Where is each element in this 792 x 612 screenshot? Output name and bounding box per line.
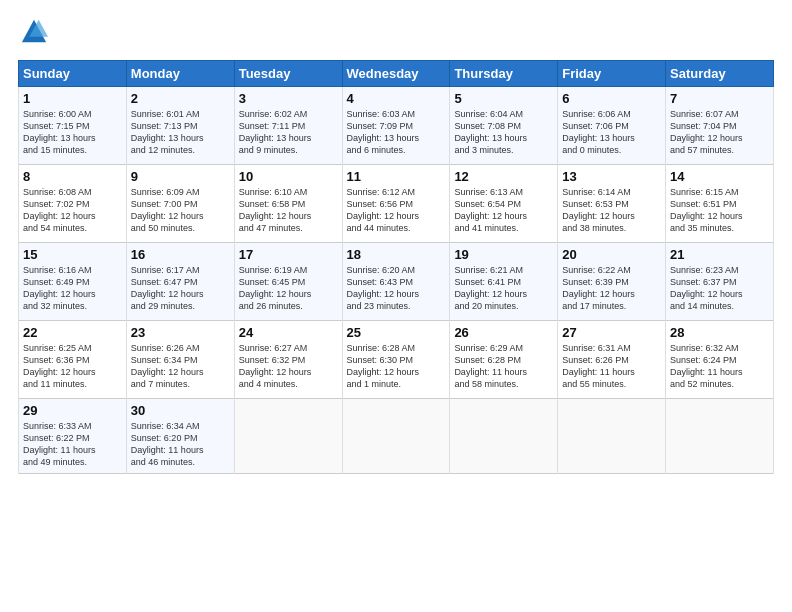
day-number: 23 [131, 325, 230, 340]
day-cell [666, 399, 774, 474]
day-number: 13 [562, 169, 661, 184]
header-cell-saturday: Saturday [666, 61, 774, 87]
day-number: 2 [131, 91, 230, 106]
day-number: 1 [23, 91, 122, 106]
day-cell: 14Sunrise: 6:15 AM Sunset: 6:51 PM Dayli… [666, 165, 774, 243]
day-number: 9 [131, 169, 230, 184]
header [18, 18, 774, 50]
day-cell: 12Sunrise: 6:13 AM Sunset: 6:54 PM Dayli… [450, 165, 558, 243]
day-info: Sunrise: 6:20 AM Sunset: 6:43 PM Dayligh… [347, 264, 446, 313]
day-cell: 29Sunrise: 6:33 AM Sunset: 6:22 PM Dayli… [19, 399, 127, 474]
header-cell-tuesday: Tuesday [234, 61, 342, 87]
day-info: Sunrise: 6:14 AM Sunset: 6:53 PM Dayligh… [562, 186, 661, 235]
day-number: 22 [23, 325, 122, 340]
day-cell: 22Sunrise: 6:25 AM Sunset: 6:36 PM Dayli… [19, 321, 127, 399]
day-cell: 24Sunrise: 6:27 AM Sunset: 6:32 PM Dayli… [234, 321, 342, 399]
day-info: Sunrise: 6:25 AM Sunset: 6:36 PM Dayligh… [23, 342, 122, 391]
logo [18, 18, 52, 50]
header-cell-monday: Monday [126, 61, 234, 87]
day-cell: 25Sunrise: 6:28 AM Sunset: 6:30 PM Dayli… [342, 321, 450, 399]
day-info: Sunrise: 6:32 AM Sunset: 6:24 PM Dayligh… [670, 342, 769, 391]
day-cell: 26Sunrise: 6:29 AM Sunset: 6:28 PM Dayli… [450, 321, 558, 399]
week-row-2: 8Sunrise: 6:08 AM Sunset: 7:02 PM Daylig… [19, 165, 774, 243]
day-info: Sunrise: 6:31 AM Sunset: 6:26 PM Dayligh… [562, 342, 661, 391]
logo-icon [20, 18, 48, 46]
day-number: 11 [347, 169, 446, 184]
day-info: Sunrise: 6:27 AM Sunset: 6:32 PM Dayligh… [239, 342, 338, 391]
day-cell [450, 399, 558, 474]
day-cell [342, 399, 450, 474]
day-info: Sunrise: 6:10 AM Sunset: 6:58 PM Dayligh… [239, 186, 338, 235]
day-number: 3 [239, 91, 338, 106]
day-number: 29 [23, 403, 122, 418]
day-cell: 11Sunrise: 6:12 AM Sunset: 6:56 PM Dayli… [342, 165, 450, 243]
day-number: 12 [454, 169, 553, 184]
calendar-table: SundayMondayTuesdayWednesdayThursdayFrid… [18, 60, 774, 474]
day-number: 14 [670, 169, 769, 184]
week-row-1: 1Sunrise: 6:00 AM Sunset: 7:15 PM Daylig… [19, 87, 774, 165]
day-cell: 10Sunrise: 6:10 AM Sunset: 6:58 PM Dayli… [234, 165, 342, 243]
day-cell: 4Sunrise: 6:03 AM Sunset: 7:09 PM Daylig… [342, 87, 450, 165]
day-number: 30 [131, 403, 230, 418]
day-cell: 5Sunrise: 6:04 AM Sunset: 7:08 PM Daylig… [450, 87, 558, 165]
day-info: Sunrise: 6:21 AM Sunset: 6:41 PM Dayligh… [454, 264, 553, 313]
day-number: 8 [23, 169, 122, 184]
day-info: Sunrise: 6:00 AM Sunset: 7:15 PM Dayligh… [23, 108, 122, 157]
day-cell: 18Sunrise: 6:20 AM Sunset: 6:43 PM Dayli… [342, 243, 450, 321]
day-cell [234, 399, 342, 474]
day-cell: 21Sunrise: 6:23 AM Sunset: 6:37 PM Dayli… [666, 243, 774, 321]
day-cell: 28Sunrise: 6:32 AM Sunset: 6:24 PM Dayli… [666, 321, 774, 399]
day-info: Sunrise: 6:09 AM Sunset: 7:00 PM Dayligh… [131, 186, 230, 235]
day-cell: 27Sunrise: 6:31 AM Sunset: 6:26 PM Dayli… [558, 321, 666, 399]
day-number: 24 [239, 325, 338, 340]
day-number: 16 [131, 247, 230, 262]
header-cell-wednesday: Wednesday [342, 61, 450, 87]
day-info: Sunrise: 6:22 AM Sunset: 6:39 PM Dayligh… [562, 264, 661, 313]
day-number: 17 [239, 247, 338, 262]
week-row-5: 29Sunrise: 6:33 AM Sunset: 6:22 PM Dayli… [19, 399, 774, 474]
day-info: Sunrise: 6:34 AM Sunset: 6:20 PM Dayligh… [131, 420, 230, 469]
day-info: Sunrise: 6:03 AM Sunset: 7:09 PM Dayligh… [347, 108, 446, 157]
day-number: 5 [454, 91, 553, 106]
day-number: 15 [23, 247, 122, 262]
day-info: Sunrise: 6:02 AM Sunset: 7:11 PM Dayligh… [239, 108, 338, 157]
header-cell-thursday: Thursday [450, 61, 558, 87]
day-cell: 8Sunrise: 6:08 AM Sunset: 7:02 PM Daylig… [19, 165, 127, 243]
day-number: 6 [562, 91, 661, 106]
day-cell: 20Sunrise: 6:22 AM Sunset: 6:39 PM Dayli… [558, 243, 666, 321]
day-cell: 23Sunrise: 6:26 AM Sunset: 6:34 PM Dayli… [126, 321, 234, 399]
day-cell: 13Sunrise: 6:14 AM Sunset: 6:53 PM Dayli… [558, 165, 666, 243]
day-cell: 3Sunrise: 6:02 AM Sunset: 7:11 PM Daylig… [234, 87, 342, 165]
day-info: Sunrise: 6:23 AM Sunset: 6:37 PM Dayligh… [670, 264, 769, 313]
day-cell: 1Sunrise: 6:00 AM Sunset: 7:15 PM Daylig… [19, 87, 127, 165]
day-cell: 2Sunrise: 6:01 AM Sunset: 7:13 PM Daylig… [126, 87, 234, 165]
day-info: Sunrise: 6:04 AM Sunset: 7:08 PM Dayligh… [454, 108, 553, 157]
day-info: Sunrise: 6:19 AM Sunset: 6:45 PM Dayligh… [239, 264, 338, 313]
header-row: SundayMondayTuesdayWednesdayThursdayFrid… [19, 61, 774, 87]
day-info: Sunrise: 6:17 AM Sunset: 6:47 PM Dayligh… [131, 264, 230, 313]
day-number: 7 [670, 91, 769, 106]
day-number: 21 [670, 247, 769, 262]
day-info: Sunrise: 6:15 AM Sunset: 6:51 PM Dayligh… [670, 186, 769, 235]
day-info: Sunrise: 6:33 AM Sunset: 6:22 PM Dayligh… [23, 420, 122, 469]
day-info: Sunrise: 6:16 AM Sunset: 6:49 PM Dayligh… [23, 264, 122, 313]
header-cell-friday: Friday [558, 61, 666, 87]
page: SundayMondayTuesdayWednesdayThursdayFrid… [0, 0, 792, 484]
day-info: Sunrise: 6:29 AM Sunset: 6:28 PM Dayligh… [454, 342, 553, 391]
day-info: Sunrise: 6:06 AM Sunset: 7:06 PM Dayligh… [562, 108, 661, 157]
day-number: 10 [239, 169, 338, 184]
day-cell: 17Sunrise: 6:19 AM Sunset: 6:45 PM Dayli… [234, 243, 342, 321]
day-cell: 6Sunrise: 6:06 AM Sunset: 7:06 PM Daylig… [558, 87, 666, 165]
week-row-4: 22Sunrise: 6:25 AM Sunset: 6:36 PM Dayli… [19, 321, 774, 399]
day-cell [558, 399, 666, 474]
header-cell-sunday: Sunday [19, 61, 127, 87]
day-info: Sunrise: 6:08 AM Sunset: 7:02 PM Dayligh… [23, 186, 122, 235]
day-number: 20 [562, 247, 661, 262]
day-number: 4 [347, 91, 446, 106]
day-cell: 16Sunrise: 6:17 AM Sunset: 6:47 PM Dayli… [126, 243, 234, 321]
day-info: Sunrise: 6:28 AM Sunset: 6:30 PM Dayligh… [347, 342, 446, 391]
day-cell: 9Sunrise: 6:09 AM Sunset: 7:00 PM Daylig… [126, 165, 234, 243]
week-row-3: 15Sunrise: 6:16 AM Sunset: 6:49 PM Dayli… [19, 243, 774, 321]
day-info: Sunrise: 6:01 AM Sunset: 7:13 PM Dayligh… [131, 108, 230, 157]
day-cell: 30Sunrise: 6:34 AM Sunset: 6:20 PM Dayli… [126, 399, 234, 474]
